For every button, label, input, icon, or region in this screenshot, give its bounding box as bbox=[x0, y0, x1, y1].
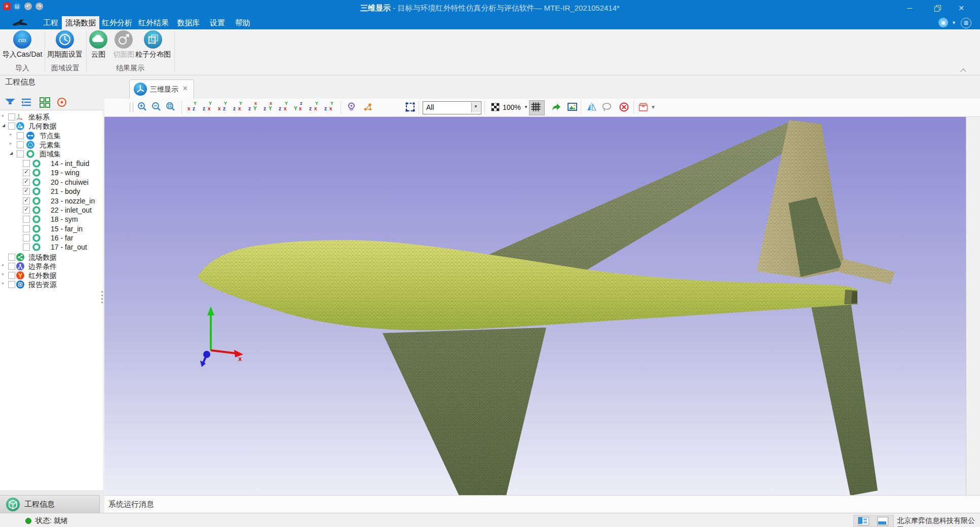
tree-item-label[interactable]: 16 - far bbox=[51, 233, 73, 242]
collapse-list-icon[interactable] bbox=[20, 97, 32, 108]
expand-arrow[interactable]: ▸ bbox=[10, 132, 12, 137]
view-back-button[interactable]: zYx bbox=[261, 101, 276, 114]
view-bottom-button[interactable]: zxY bbox=[201, 101, 215, 114]
view-iso-4-button[interactable]: zxY bbox=[322, 101, 336, 114]
expand-arrow[interactable]: ▸ bbox=[10, 141, 12, 146]
checkbox[interactable] bbox=[23, 216, 30, 223]
tree-item-label[interactable]: 20 - chuiwei bbox=[51, 178, 89, 187]
tree-item-label[interactable]: 23 - nozzle_in bbox=[51, 196, 95, 206]
project-info-dock-tab[interactable]: 工程信息 bbox=[0, 495, 100, 513]
checkbox[interactable] bbox=[17, 132, 24, 139]
minimize-button[interactable]: ─ bbox=[903, 4, 916, 13]
checkbox[interactable] bbox=[23, 160, 30, 167]
checkbox[interactable] bbox=[23, 169, 30, 176]
checkbox[interactable] bbox=[23, 234, 30, 241]
checkbox[interactable] bbox=[8, 272, 15, 279]
save-scene-button[interactable] bbox=[636, 100, 650, 114]
expand-arrow[interactable]: ◢ bbox=[10, 151, 13, 155]
checkbox[interactable] bbox=[23, 244, 30, 251]
new-document-button[interactable]: ▤ bbox=[13, 3, 21, 10]
lasso-select-button[interactable] bbox=[600, 100, 614, 114]
maximize-button[interactable] bbox=[930, 4, 944, 13]
box-select-button[interactable] bbox=[403, 100, 417, 114]
layout-bottom-panel-icon[interactable] bbox=[877, 517, 888, 525]
tree-item-label[interactable]: 面域集 bbox=[40, 149, 61, 158]
zoom-level-dropdown[interactable]: 100% bbox=[503, 103, 521, 111]
tab-close-icon[interactable]: ✕ bbox=[182, 85, 188, 92]
menu-ir-analysis[interactable]: 红外分析 bbox=[101, 16, 133, 29]
probe-point-button[interactable] bbox=[345, 100, 358, 114]
particle-distribution-button[interactable]: 粒子分布图 bbox=[134, 30, 172, 59]
checkbox[interactable] bbox=[17, 141, 24, 148]
menu-flow-data[interactable]: 流场数据 bbox=[62, 16, 99, 29]
grid-toggle-button-active[interactable] bbox=[529, 100, 545, 115]
checkbox[interactable] bbox=[17, 150, 24, 157]
combobox-arrow-button[interactable] bbox=[471, 102, 480, 112]
checkbox[interactable] bbox=[8, 263, 15, 270]
tree-item-label[interactable]: 边界条件 bbox=[28, 262, 57, 271]
menu-settings[interactable]: 设置 bbox=[209, 16, 226, 29]
import-cas-dat-button[interactable]: cas 导入Cas/Dat bbox=[1, 30, 44, 59]
tree-item-label[interactable]: 18 - sym bbox=[51, 215, 78, 224]
periodic-surface-button[interactable]: 周期面设置 bbox=[46, 30, 84, 59]
close-button[interactable]: ✕ bbox=[955, 4, 968, 13]
checkbox[interactable] bbox=[8, 254, 15, 261]
tree-item-label[interactable]: 19 - wing bbox=[51, 168, 80, 177]
export-forward-button[interactable] bbox=[549, 100, 563, 114]
ribbon-collapse-button[interactable] bbox=[961, 68, 966, 73]
contour-plot-button[interactable]: 云图 bbox=[87, 30, 109, 59]
panel-splitter[interactable] bbox=[101, 291, 104, 308]
toolbar-drag-handle[interactable] bbox=[130, 103, 133, 112]
checkbox[interactable] bbox=[23, 197, 30, 205]
transparency-checker-icon[interactable] bbox=[488, 100, 502, 114]
display-filter-combobox[interactable]: All bbox=[423, 101, 481, 114]
expand-arrow[interactable]: ▸ bbox=[2, 262, 5, 267]
tree-item-label[interactable]: 流场数据 bbox=[28, 253, 57, 262]
tree-item-label[interactable]: 元素集 bbox=[40, 140, 61, 149]
view-iso-3-button[interactable]: zxY bbox=[307, 101, 321, 114]
tree-item-label[interactable]: 21 - body bbox=[51, 187, 80, 196]
target-icon[interactable] bbox=[56, 97, 68, 108]
filter-icon[interactable] bbox=[4, 97, 16, 108]
expand-arrow[interactable]: ▸ bbox=[2, 113, 5, 118]
mirror-button[interactable] bbox=[585, 100, 598, 114]
redo-button[interactable]: ↷ bbox=[35, 3, 43, 10]
layout-toggle-button[interactable]: ▥ bbox=[961, 18, 971, 28]
checkbox[interactable] bbox=[8, 113, 15, 120]
checkbox[interactable] bbox=[8, 123, 15, 130]
grid-view-icon[interactable] bbox=[39, 97, 51, 108]
menu-help[interactable]: 帮助 bbox=[234, 16, 251, 29]
tree-item-label[interactable]: 15 - far_in bbox=[51, 224, 83, 233]
checkbox[interactable] bbox=[23, 207, 30, 214]
molecule-button[interactable] bbox=[361, 100, 374, 114]
3d-viewport[interactable]: x bbox=[104, 117, 966, 495]
expand-arrow[interactable]: ◢ bbox=[2, 123, 5, 128]
menu-database[interactable]: 数据库 bbox=[176, 16, 201, 29]
tree-item-label[interactable]: 节点集 bbox=[40, 131, 61, 140]
zoom-out-button[interactable] bbox=[150, 100, 164, 114]
view-right-button[interactable]: zxY bbox=[231, 101, 245, 114]
view-iso-2-button[interactable]: Yxz bbox=[292, 101, 306, 114]
style-toggle-button[interactable]: ▣ bbox=[938, 18, 948, 27]
tree-item-label[interactable]: 报告资源 bbox=[28, 280, 57, 289]
layout-left-panel-icon[interactable] bbox=[858, 517, 869, 525]
tree-item-label[interactable]: 17 - far_out bbox=[51, 242, 87, 252]
view-front-button[interactable]: zYx bbox=[246, 101, 260, 114]
menu-ir-results[interactable]: 红外结果 bbox=[138, 16, 169, 29]
zoom-in-button[interactable] bbox=[136, 100, 149, 114]
snapshot-image-button[interactable] bbox=[566, 100, 579, 114]
undo-button[interactable]: ↶ bbox=[24, 3, 32, 10]
checkbox[interactable] bbox=[23, 225, 30, 232]
zoom-caret-icon[interactable]: ▼ bbox=[524, 105, 528, 109]
save-options-caret[interactable]: ▼ bbox=[651, 104, 656, 110]
tree-item-label[interactable]: 14 - int_fluid bbox=[51, 159, 89, 168]
dropdown-caret-icon[interactable]: ▼ bbox=[952, 20, 956, 25]
view-top-button[interactable]: xzY bbox=[185, 101, 200, 114]
menu-project[interactable]: 工程 bbox=[40, 16, 62, 29]
tree-item-label[interactable]: 坐标系 bbox=[28, 112, 50, 121]
zoom-fit-button[interactable] bbox=[164, 100, 178, 114]
tree-item-label[interactable]: 几何数据 bbox=[28, 121, 57, 131]
checkbox[interactable] bbox=[23, 179, 30, 186]
tab-3d-view[interactable]: 三维显示 ✕ bbox=[129, 79, 194, 99]
tree-item-label[interactable]: 22 - inlet_out bbox=[51, 206, 92, 215]
